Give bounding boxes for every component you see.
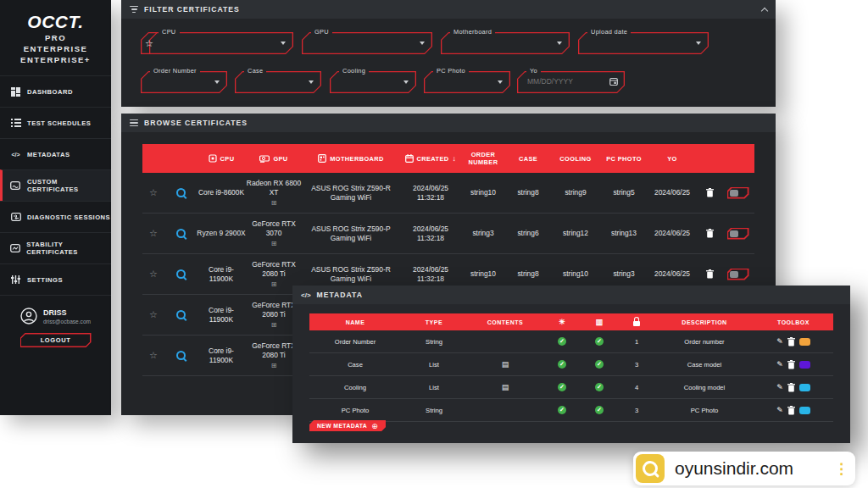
column-header-case[interactable]: CASE xyxy=(505,155,551,163)
user-block: DRISS driss@ocbase.com xyxy=(0,308,111,324)
delete-button[interactable] xyxy=(706,229,714,238)
cpu-cell: Ryzen 9 2900X xyxy=(197,229,246,238)
sidebar-item-label: DIAGNOSTIC SESSIONS xyxy=(27,214,110,221)
logout-button[interactable]: LOGOUT xyxy=(20,333,92,347)
column-header-gpu[interactable]: GPU xyxy=(246,155,302,163)
filter-gpu[interactable]: GPU xyxy=(302,32,432,54)
metadata-table-header: NAMETYPECONTENTS☀▥DESCRIPTIONTOOLBOX xyxy=(309,313,833,330)
md-name-cell: Order Number xyxy=(309,338,401,346)
edit-button[interactable]: ✎ xyxy=(776,360,783,369)
sidebar-item-label: SETTINGS xyxy=(27,276,63,284)
code-icon: </> xyxy=(10,152,21,158)
user-email: driss@ocbase.com xyxy=(43,319,91,324)
table-row: ☆Core i9-8600KRadeon RX 6800 XT⊞ASUS ROG… xyxy=(142,173,754,214)
date-input[interactable] xyxy=(526,76,597,86)
delete-button[interactable] xyxy=(706,269,714,279)
filter-order-number[interactable]: Order Number xyxy=(141,71,227,93)
sidebar-item-test-schedules[interactable]: TEST SCHEDULES xyxy=(0,107,111,138)
delete-button[interactable] xyxy=(787,383,795,392)
filter-fields: ☆ CPUGPUMotherboardUpload dateOrder Numb… xyxy=(121,19,776,107)
edit-button[interactable]: ✎ xyxy=(776,406,783,414)
star-icon[interactable]: ☆ xyxy=(149,188,158,197)
sidebar-item-label: METADATAS xyxy=(27,151,70,158)
color-swatch-button[interactable] xyxy=(799,361,810,369)
star-icon[interactable]: ☆ xyxy=(149,269,158,279)
field-label: Case xyxy=(244,67,266,75)
sidebar-item-dashboard[interactable]: DASHBOARD xyxy=(0,75,111,107)
edit-button[interactable]: ✎ xyxy=(776,383,783,391)
sidebar-item-settings[interactable]: SETTINGS xyxy=(0,263,111,296)
watermark-bar: oyunsindir.com ⋮ xyxy=(633,452,855,485)
color-swatch-button[interactable] xyxy=(799,384,810,391)
filter-yo-date[interactable]: Yo xyxy=(517,71,625,93)
filter-upload-date[interactable]: Upload date xyxy=(578,32,709,54)
column-header-cpu[interactable]: CPU xyxy=(197,154,246,163)
gpu-duplicate-icon: ⊞ xyxy=(271,198,277,208)
view-certificate-button[interactable] xyxy=(176,351,186,360)
sidebar-item-custom-certificates[interactable]: CUSTOM CERTIFICATES xyxy=(0,169,111,201)
list-icon xyxy=(130,119,138,127)
stability-icon xyxy=(10,244,20,252)
metadata-row: Order NumberString✓✓1Order number✎ xyxy=(309,330,833,353)
column-header-cooling[interactable]: COOLING xyxy=(551,155,600,163)
new-metadata-button[interactable]: NEW METADATA ⊕ xyxy=(309,420,386,431)
delete-button[interactable] xyxy=(787,337,795,347)
view-certificate-button[interactable] xyxy=(176,188,186,197)
star-icon[interactable]: ☆ xyxy=(149,351,158,360)
filter-cooling[interactable]: Cooling xyxy=(330,71,416,93)
column-header-motherboard[interactable]: MOTHERBOARD xyxy=(302,154,400,163)
delete-button[interactable] xyxy=(787,360,795,369)
column-header-order-number[interactable]: ORDER NUMBER xyxy=(461,151,505,166)
calendar-icon xyxy=(609,77,618,86)
user-name: DRISS xyxy=(43,308,91,317)
gpu-cell: Radeon RX 6800 XT⊞ xyxy=(246,179,302,208)
star-icon[interactable]: ☆ xyxy=(149,229,158,238)
view-certificate-button[interactable] xyxy=(176,310,186,319)
filter-cpu[interactable]: CPU xyxy=(149,32,293,54)
column-header-pc-photo[interactable]: PC PHOTO xyxy=(600,155,648,163)
star-icon[interactable]: ☆ xyxy=(149,310,158,319)
sidebar-item-metadatas[interactable]: </>METADATAS xyxy=(0,138,111,169)
edit-button[interactable]: ✎ xyxy=(776,337,783,346)
delete-button[interactable] xyxy=(787,406,795,415)
list-contents-icon[interactable]: ▤ xyxy=(502,383,509,391)
browse-panel-title: BROWSE CERTIFICATES xyxy=(144,119,248,127)
sidebar: OCCT. PRO ENTERPRISE ENTERPRISE+ DASHBOA… xyxy=(0,0,111,415)
view-certificate-button[interactable] xyxy=(176,229,186,238)
order-number-cell: string3 xyxy=(461,229,505,238)
cooling-cell: string12 xyxy=(551,229,600,238)
columns-icon: ▥ xyxy=(581,318,618,326)
watermark-text: oyunsindir.com xyxy=(675,458,793,479)
enabled-toggle[interactable] xyxy=(727,269,749,280)
order-number-cell: string10 xyxy=(461,188,505,197)
column-header-created[interactable]: CREATED↓ xyxy=(400,154,461,163)
chevron-down-icon xyxy=(309,80,314,84)
md-name-cell: Cooling xyxy=(309,384,401,391)
color-swatch-button[interactable] xyxy=(799,407,810,414)
sidebar-item-diagnostic-sessions[interactable]: DIAGNOSTIC SESSIONS xyxy=(0,201,111,232)
column-header-yo[interactable]: YO xyxy=(648,155,697,163)
list-contents-icon[interactable]: ▤ xyxy=(502,360,509,369)
filter-panel-header: FILTER CERTIFICATES xyxy=(121,0,776,19)
table-row: ☆Ryzen 9 2900XGeForce RTX 3070⊞ASUS ROG … xyxy=(142,214,754,254)
enabled-toggle[interactable] xyxy=(727,228,749,240)
diagnostic-icon xyxy=(10,213,21,221)
filter-motherboard[interactable]: Motherboard xyxy=(441,32,570,54)
case-cell: string8 xyxy=(505,269,551,279)
sidebar-item-stability-certificates[interactable]: STABILITY CERTIFICATES xyxy=(0,232,111,263)
delete-button[interactable] xyxy=(706,188,714,197)
motherboard-icon xyxy=(318,154,326,163)
filter-pc-photo[interactable]: PC Photo xyxy=(424,71,510,93)
chevron-down-icon xyxy=(420,42,425,45)
plus-circle-icon: ⊕ xyxy=(371,422,378,430)
enabled-toggle[interactable] xyxy=(727,187,749,199)
metadata-panel: </> METADATA NAMETYPECONTENTS☀▥DESCRIPTI… xyxy=(292,286,850,443)
gpu-duplicate-icon: ⊞ xyxy=(271,280,277,289)
collapse-chevron-icon[interactable] xyxy=(761,7,768,14)
gpu-duplicate-icon: ⊞ xyxy=(271,320,277,330)
logout-label: LOGOUT xyxy=(21,334,90,346)
view-certificate-button[interactable] xyxy=(176,269,186,279)
filter-case[interactable]: Case xyxy=(235,71,321,93)
check-icon: ✓ xyxy=(595,406,604,414)
color-swatch-button[interactable] xyxy=(799,338,810,346)
